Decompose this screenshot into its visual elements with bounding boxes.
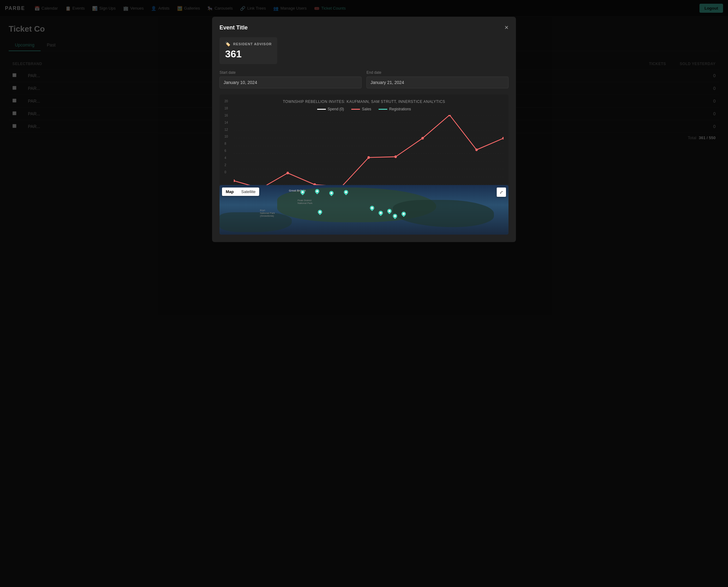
chart-title: TOWNSHIP REBELLION INVITES: KAUFMANN, SA… bbox=[225, 99, 503, 104]
start-date-field: Start date bbox=[220, 70, 362, 88]
ra-icon: 🏷️ bbox=[225, 42, 231, 46]
svg-point-20 bbox=[475, 148, 478, 151]
chart-container: TOWNSHIP REBELLION INVITES: KAUFMANN, SA… bbox=[220, 95, 508, 185]
ra-count: 361 bbox=[225, 48, 272, 60]
legend-registrations: Registrations bbox=[379, 107, 411, 111]
svg-point-11 bbox=[234, 180, 235, 182]
legend-registrations-line bbox=[379, 109, 387, 110]
modal-header: Event Title × bbox=[220, 24, 508, 31]
map-expand-button[interactable]: ⤢ bbox=[497, 188, 506, 197]
y-label: 14 bbox=[225, 121, 228, 124]
modal: Event Title × 🏷️ RESIDENT ADVISOR 361 St… bbox=[212, 17, 516, 242]
legend-spend: Spend (0) bbox=[317, 107, 344, 111]
y-label: 12 bbox=[225, 128, 228, 132]
map-landmass bbox=[220, 212, 292, 232]
map-landmass bbox=[393, 200, 494, 227]
ra-label: 🏷️ RESIDENT ADVISOR bbox=[225, 42, 272, 46]
chart-area: 2024-01-10 2024-01-11 2024-01-12 2024-01… bbox=[234, 115, 503, 195]
y-label: 2 bbox=[225, 163, 226, 167]
map-toggle: Map Satellite bbox=[222, 188, 259, 196]
modal-overlay[interactable]: Event Title × 🏷️ RESIDENT ADVISOR 361 St… bbox=[0, 0, 728, 587]
date-row: Start date End date bbox=[220, 70, 508, 88]
svg-point-16 bbox=[367, 156, 370, 159]
map-toggle-map[interactable]: Map bbox=[222, 188, 237, 196]
map-background: Great Britain Peak DistrictNational Park… bbox=[220, 185, 508, 235]
start-date-label: Start date bbox=[220, 70, 362, 75]
y-label: 10 bbox=[225, 135, 228, 138]
svg-point-17 bbox=[394, 156, 397, 158]
y-label: 0 bbox=[225, 170, 226, 174]
ra-badge: 🏷️ RESIDENT ADVISOR 361 bbox=[220, 37, 277, 64]
svg-point-21 bbox=[502, 137, 503, 139]
svg-point-13 bbox=[287, 172, 289, 174]
modal-title: Event Title bbox=[220, 24, 248, 31]
chart-legend: Spend (0) Sales Registrations bbox=[225, 107, 503, 111]
end-date-field: End date bbox=[366, 70, 508, 88]
map-region-label: Peak DistrictNational Park bbox=[298, 199, 313, 205]
legend-spend-line bbox=[317, 109, 326, 110]
end-date-label: End date bbox=[366, 70, 508, 75]
legend-sales-line bbox=[351, 109, 360, 110]
y-label: 6 bbox=[225, 149, 226, 152]
start-date-input[interactable] bbox=[220, 76, 362, 88]
svg-point-18 bbox=[422, 137, 424, 139]
chart-svg bbox=[234, 115, 503, 195]
map-region-label: EryriNational Park(Snowdonia) bbox=[260, 209, 275, 217]
y-label: 16 bbox=[225, 114, 228, 117]
legend-sales: Sales bbox=[351, 107, 371, 111]
end-date-input[interactable] bbox=[366, 76, 508, 88]
y-label: 4 bbox=[225, 156, 226, 160]
map-toggle-satellite[interactable]: Satellite bbox=[237, 188, 259, 196]
modal-close-button[interactable]: × bbox=[504, 24, 508, 31]
map-container: Great Britain Peak DistrictNational Park… bbox=[220, 185, 508, 235]
y-label: 8 bbox=[225, 142, 226, 145]
